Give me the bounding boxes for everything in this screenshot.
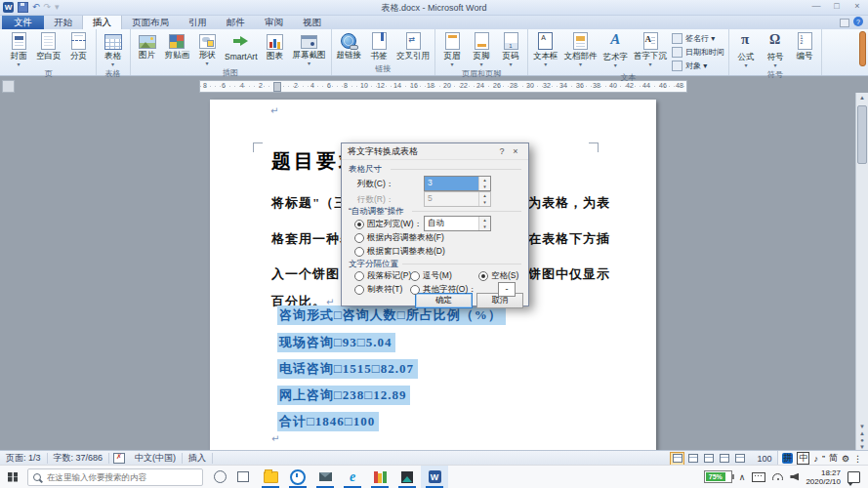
ime-language-icon[interactable]: 中 [797, 452, 809, 465]
ribbon-button-quickparts[interactable]: 文档部件▾ [561, 30, 600, 67]
tab-引用[interactable]: 引用 [179, 15, 217, 29]
touch-keyboard-icon[interactable] [752, 472, 765, 482]
dialog-close-button[interactable]: × [509, 146, 522, 156]
taskbar-app-word[interactable]: W [421, 466, 448, 488]
ribbon-button-shapes[interactable]: 形状▾ [192, 30, 222, 66]
draft-view-icon[interactable] [732, 452, 747, 466]
task-view-icon[interactable] [237, 471, 249, 482]
ime-item[interactable]: ♪ [813, 454, 818, 464]
scroll-up-icon[interactable]: ▲ [856, 93, 868, 103]
ribbon-button-bookmark[interactable]: 书签 [364, 30, 393, 62]
select-browse-object-icon[interactable]: ● [860, 437, 864, 443]
ribbon-button-textbox[interactable]: 文本框▾ [530, 30, 561, 67]
battery-icon[interactable]: 75% [704, 470, 732, 483]
taskbar-search[interactable] [27, 468, 203, 486]
volume-icon[interactable] [790, 473, 799, 481]
dialog-help-button[interactable]: ? [495, 146, 509, 156]
ribbon-button-dropcap[interactable]: 首字下沉▾ [631, 30, 670, 67]
tab-开始[interactable]: 开始 [44, 15, 82, 29]
ribbon-button-pagenum[interactable]: 页码▾ [496, 30, 525, 67]
other-char-input[interactable]: - [498, 282, 516, 297]
autofit-combo[interactable]: 自动▴▾ [424, 216, 491, 231]
ribbon-small-button[interactable]: 日期和时间 [672, 47, 724, 58]
taskbar-app-mail[interactable] [311, 466, 339, 488]
radio-option[interactable]: 制表符(T) [354, 284, 402, 296]
proofing-status-icon[interactable] [113, 453, 125, 464]
status-item[interactable]: 中文(中国) [129, 453, 183, 464]
radio-option[interactable]: 空格(S) [478, 270, 518, 282]
tab-页面布局[interactable]: 页面布局 [122, 15, 179, 29]
indent-marker[interactable] [273, 82, 281, 92]
taskbar-app-explorer[interactable] [257, 466, 284, 488]
spinner-arrows-icon[interactable]: ▴▾ [478, 217, 490, 230]
ribbon-button-smartart[interactable]: SmartArt [222, 30, 261, 61]
taskbar-app-edge[interactable]: e [339, 466, 366, 488]
cortana-icon[interactable] [214, 470, 227, 483]
taskbar-app-archive[interactable] [366, 466, 393, 488]
ribbon-button-chart[interactable]: 图表 [261, 30, 290, 62]
vertical-scrollbar[interactable]: ▲ ▼ ▲ ● ▼ [855, 93, 868, 451]
minimize-ribbon-icon[interactable] [840, 19, 849, 27]
ribbon-button-numbering[interactable]: 编号 [790, 30, 819, 62]
ribbon-button-screenshot[interactable]: 屏幕截图▾ [290, 30, 329, 66]
taskbar-app-photos[interactable] [393, 466, 421, 488]
spinner-arrows-icon[interactable]: ▴▾ [478, 177, 490, 190]
ribbon-button-picture[interactable]: 图片 [133, 30, 162, 61]
columns-spinner[interactable]: 3 ▴▾ [424, 176, 491, 191]
ribbon-button-cover[interactable]: 封面▾ [4, 30, 33, 67]
wifi-icon[interactable] [772, 473, 783, 480]
ime-logo-icon[interactable]: 拼 [782, 453, 793, 464]
hidden-icons-chevron[interactable]: ∧ [739, 472, 746, 482]
ribbon-button-wordart[interactable]: A艺术字▾ [600, 30, 632, 68]
ribbon-button-header[interactable]: 页眉▾ [437, 30, 467, 67]
status-item[interactable]: 页面: 1/3 [0, 453, 48, 464]
radio-option[interactable]: 根据窗口调整表格(D) [354, 246, 445, 258]
help-icon[interactable]: ? [853, 17, 863, 26]
ime-item[interactable]: ⋮ [853, 454, 862, 464]
ribbon-button-blank[interactable]: 空白页 [33, 30, 64, 62]
tab-插入[interactable]: 插入 [82, 14, 122, 29]
ime-item[interactable]: ” [822, 454, 825, 464]
ribbon-button-pi[interactable]: 公式▾ [731, 30, 761, 68]
tab-审阅[interactable]: 审阅 [255, 15, 293, 29]
action-center-icon[interactable] [847, 471, 860, 483]
start-button[interactable] [0, 466, 25, 488]
ribbon-button-crossref[interactable]: 交叉引用 [393, 30, 433, 62]
radio-option[interactable]: 固定列宽(W)： [354, 219, 422, 230]
taskbar-app-clock[interactable] [284, 466, 311, 488]
fullscreen-reading-view-icon[interactable] [685, 452, 700, 466]
clock-date[interactable]: 18:27 2020/2/10 [806, 468, 841, 486]
close-button[interactable]: × [851, 1, 863, 11]
scrollbar-thumb[interactable] [857, 105, 867, 164]
columns-value[interactable]: 3 [425, 177, 478, 190]
maximize-button[interactable]: □ [831, 1, 843, 11]
ribbon-button-break[interactable]: 分页 [64, 30, 94, 62]
ime-item[interactable]: ⚙ [842, 454, 849, 464]
minimize-button[interactable]: — [810, 1, 822, 11]
ribbon-button-hyperlink[interactable]: 超链接 [334, 30, 365, 61]
previous-page-icon[interactable]: ▲ [859, 430, 865, 436]
radio-option[interactable]: 段落标记(P) [354, 270, 411, 282]
ribbon-scroll-thumb[interactable] [859, 31, 866, 66]
status-item[interactable]: 字数: 37/686 [48, 453, 110, 464]
web-layout-view-icon[interactable] [701, 452, 716, 466]
ribbon-button-omega[interactable]: 符号▾ [761, 30, 790, 68]
radio-option[interactable]: 根据内容调整表格(F) [354, 232, 444, 244]
ribbon-button-clipart[interactable]: 剪贴画 [162, 30, 193, 61]
tab-邮件[interactable]: 邮件 [217, 15, 255, 29]
print-layout-view-icon[interactable] [670, 452, 684, 466]
ribbon-button-table[interactable]: 表格▾ [99, 30, 128, 67]
ime-item[interactable]: 简 [829, 452, 838, 465]
tab-file[interactable]: 文件 [2, 15, 44, 29]
status-item[interactable]: 插入 [183, 453, 213, 464]
ribbon-button-footer[interactable]: 页脚▾ [467, 30, 496, 67]
scroll-down-icon[interactable]: ▼ [859, 424, 865, 429]
radio-option[interactable]: 其他字符(O)： [410, 284, 476, 296]
ribbon-small-button[interactable]: 对象 ▾ [672, 61, 724, 71]
tab-视图[interactable]: 视图 [293, 15, 331, 29]
outline-view-icon[interactable] [717, 452, 731, 466]
search-input[interactable] [45, 471, 197, 483]
radio-option[interactable]: 逗号(M) [410, 270, 452, 282]
dialog-titlebar[interactable]: 将文字转换成表格 ? × [342, 143, 528, 160]
ribbon-small-button[interactable]: 签名行 ▾ [672, 33, 724, 44]
